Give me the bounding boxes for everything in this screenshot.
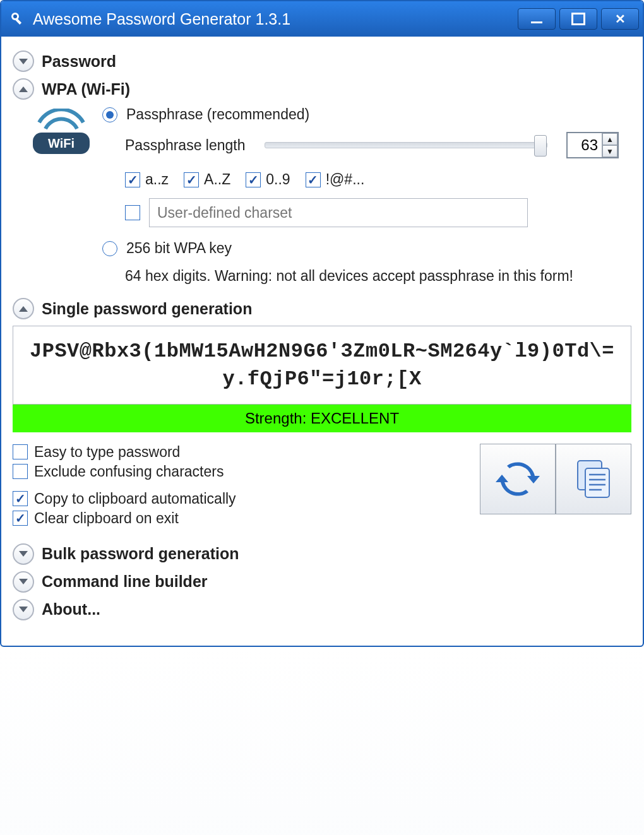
- chevron-up-icon[interactable]: [13, 298, 34, 319]
- hex-note: 64 hex digits. Warning: not all devices …: [125, 266, 619, 287]
- content-area: Password WPA (Wi-Fi) WiFi: [1, 37, 643, 620]
- label-symbols: !@#...: [326, 171, 365, 188]
- svg-text:WiFi: WiFi: [48, 136, 75, 150]
- section-wpa[interactable]: WPA (Wi-Fi): [13, 78, 631, 100]
- app-window: Awesome Password Generator 1.3.1 Passwor…: [0, 0, 644, 647]
- checkbox-symbols[interactable]: [306, 172, 321, 187]
- section-bulk[interactable]: Bulk password generation: [13, 543, 631, 565]
- section-about[interactable]: About...: [13, 599, 631, 620]
- minimize-button[interactable]: [518, 8, 556, 30]
- length-row: Passphrase length ▲ ▼: [125, 132, 619, 158]
- section-cli-title: Command line builder: [42, 572, 208, 591]
- app-icon: [9, 10, 27, 28]
- radio-wpakey[interactable]: [102, 241, 117, 256]
- radio-passphrase[interactable]: [102, 107, 117, 122]
- copy-icon: [570, 456, 617, 502]
- passphrase-radio-row[interactable]: Passphrase (recommended): [102, 106, 619, 123]
- wpakey-radio-row[interactable]: 256 bit WPA key: [102, 240, 619, 257]
- label-copy: Copy to clipboard automatically: [34, 490, 236, 507]
- chevron-down-icon[interactable]: [13, 599, 34, 620]
- section-bulk-title: Bulk password generation: [42, 545, 239, 563]
- label-clear: Clear clipboard on exit: [34, 510, 179, 527]
- refresh-icon: [496, 457, 540, 501]
- strength-bar: Strength: EXCELLENT: [13, 405, 631, 432]
- spinner-up[interactable]: ▲: [602, 133, 617, 145]
- titlebar: Awesome Password Generator 1.3.1: [1, 1, 643, 37]
- section-about-title: About...: [42, 600, 100, 619]
- maximize-button[interactable]: [559, 8, 597, 30]
- slider-thumb[interactable]: [534, 135, 547, 157]
- checkbox-clear[interactable]: [13, 511, 28, 526]
- chevron-up-icon[interactable]: [13, 78, 34, 100]
- options-row: Easy to type password Exclude confusing …: [13, 444, 631, 537]
- section-cli[interactable]: Command line builder: [13, 571, 631, 593]
- wpa-panel: WiFi Passphrase (recommended) Passphrase…: [13, 106, 631, 287]
- spinner-down[interactable]: ▼: [602, 145, 617, 157]
- checkbox-exclude[interactable]: [13, 464, 28, 479]
- svg-rect-2: [15, 18, 21, 25]
- length-label: Passphrase length: [125, 137, 246, 154]
- userdef-input[interactable]: [149, 198, 528, 227]
- action-buttons: [480, 444, 631, 514]
- checkbox-easy[interactable]: [13, 444, 28, 459]
- svg-point-1: [13, 15, 17, 18]
- chevron-down-icon[interactable]: [13, 50, 34, 72]
- close-button[interactable]: [601, 8, 639, 30]
- charset-row: a..z A..Z 0..9 !@#...: [125, 171, 619, 188]
- section-single[interactable]: Single password generation: [13, 298, 631, 319]
- length-spinner: ▲ ▼: [566, 132, 619, 158]
- length-slider[interactable]: [265, 142, 547, 148]
- label-az: a..z: [145, 171, 169, 188]
- section-password[interactable]: Password: [13, 50, 631, 72]
- checkbox-AZ[interactable]: [184, 172, 199, 187]
- chevron-down-icon[interactable]: [13, 571, 34, 593]
- userdef-row: [125, 198, 619, 227]
- generated-password[interactable]: JPSV@Rbx3(1bMW15AwH2N9G6'3Zm0LR~SM264y`l…: [13, 326, 631, 404]
- wifi-icon: WiFi: [27, 106, 102, 163]
- section-wpa-title: WPA (Wi-Fi): [42, 80, 130, 98]
- wpakey-label: 256 bit WPA key: [126, 240, 232, 257]
- svg-rect-6: [585, 468, 609, 497]
- section-single-title: Single password generation: [42, 300, 252, 318]
- copy-button[interactable]: [556, 444, 631, 514]
- regenerate-button[interactable]: [480, 444, 556, 514]
- checkbox-az[interactable]: [125, 172, 140, 187]
- label-easy: Easy to type password: [34, 444, 180, 461]
- checkbox-copy[interactable]: [13, 491, 28, 506]
- length-input[interactable]: [568, 133, 602, 157]
- passphrase-label: Passphrase (recommended): [126, 106, 309, 123]
- window-title: Awesome Password Generator 1.3.1: [33, 10, 518, 28]
- label-digits: 0..9: [266, 171, 290, 188]
- section-password-title: Password: [42, 52, 116, 71]
- window-controls: [518, 8, 639, 30]
- checkbox-digits[interactable]: [246, 172, 261, 187]
- label-AZ: A..Z: [204, 171, 230, 188]
- chevron-down-icon[interactable]: [13, 543, 34, 565]
- label-exclude: Exclude confusing characters: [34, 463, 224, 480]
- checkbox-userdef[interactable]: [125, 205, 140, 220]
